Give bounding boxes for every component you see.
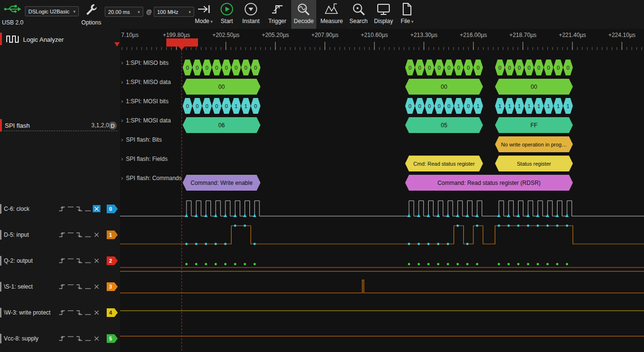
output-sample-dot (447, 263, 449, 266)
trigger-flag[interactable] (166, 38, 198, 47)
input-sample-dot (253, 243, 256, 245)
ruler-tick-label: +216.00µs (460, 32, 487, 38)
waveform-canvas[interactable] (0, 0, 644, 352)
rising-edge-marker (565, 214, 569, 217)
ruler-tick-label: +218.70µs (509, 32, 537, 38)
rising-edge-marker (556, 214, 559, 217)
input-sample-dot (214, 243, 217, 245)
ruler-tick-label: +224.10µs (608, 32, 636, 38)
ruler-start-label: 7.10µs (121, 32, 138, 38)
input-sample-dot (527, 225, 529, 227)
rising-edge-marker (408, 214, 411, 217)
input-waveform (120, 226, 644, 244)
select-waveform (120, 280, 644, 293)
input-sample-dot (437, 243, 439, 245)
ruler-tick-label: +199.80µs (163, 32, 190, 38)
rising-edge-marker (253, 214, 256, 217)
rising-edge-marker (243, 214, 247, 217)
dsview-app: USB 2.0 DSLogic U2Basic▾ Options 20.00 m… (0, 0, 644, 352)
input-sample-dot (566, 225, 568, 227)
output-sample-dot (408, 263, 410, 266)
trigger-flag-pointer (178, 46, 185, 50)
output-sample-dot (556, 263, 558, 266)
output-sample-dot (205, 263, 207, 266)
output-sample-dot (224, 263, 227, 266)
ruler-tick-label: +221.40µs (559, 32, 586, 38)
ruler-tick-label: +207.90µs (311, 32, 339, 38)
rising-edge-marker (546, 214, 549, 217)
rising-edge-marker (475, 214, 479, 217)
output-sample-dot (418, 263, 420, 266)
rising-edge-marker (234, 214, 237, 217)
output-sample-dot (253, 263, 256, 266)
input-sample-dot (447, 243, 449, 245)
input-sample-dot (457, 225, 459, 227)
output-sample-dot (508, 263, 510, 266)
rising-edge-marker (536, 214, 540, 217)
output-sample-dot (517, 263, 520, 266)
input-sample-dot (234, 225, 236, 227)
input-sample-dot (466, 243, 469, 245)
clock-waveform (120, 201, 644, 216)
input-sample-dot (205, 243, 207, 245)
output-sample-dot (214, 263, 217, 266)
ruler-tick-label: +210.60µs (361, 32, 388, 38)
output-sample-dot (437, 263, 439, 266)
rising-edge-marker (526, 214, 530, 217)
rising-edge-marker (417, 214, 421, 217)
input-sample-dot (244, 225, 246, 227)
ruler-tick-label: +205.20µs (262, 32, 289, 38)
rising-edge-marker (466, 214, 469, 217)
ruler-tick-label: +202.50µs (212, 32, 240, 38)
rising-edge-marker (517, 214, 520, 217)
output-sample-dot (546, 263, 549, 266)
input-sample-dot (195, 243, 198, 245)
input-sample-dot (517, 225, 520, 227)
output-sample-dot (244, 263, 246, 266)
rising-edge-marker (497, 214, 501, 217)
rising-edge-marker (456, 214, 459, 217)
rising-edge-marker (224, 214, 227, 217)
input-sample-dot (186, 243, 188, 245)
input-sample-dot (224, 243, 227, 245)
input-sample-dot (476, 225, 478, 227)
rising-edge-marker (436, 214, 440, 217)
input-sample-dot (537, 225, 539, 227)
output-sample-dot (427, 263, 430, 266)
output-sample-dot (186, 263, 188, 266)
output-sample-dot (498, 263, 500, 266)
input-sample-dot (556, 225, 558, 227)
input-sample-dot (508, 225, 510, 227)
input-sample-dot (408, 243, 410, 245)
ruler-tick-label: +213.30µs (410, 32, 438, 38)
output-sample-dot (476, 263, 478, 266)
output-sample-dot (527, 263, 529, 266)
rising-edge-marker (195, 214, 198, 217)
rising-edge-marker (427, 214, 430, 217)
input-sample-dot (418, 243, 420, 245)
rising-edge-marker (446, 214, 450, 217)
input-sample-dot (498, 225, 500, 227)
input-sample-dot (427, 243, 430, 245)
rising-edge-marker (214, 214, 217, 217)
rising-edge-marker (507, 214, 510, 217)
output-sample-dot (537, 263, 539, 266)
rising-edge-marker (185, 214, 188, 217)
output-sample-dot (195, 263, 198, 266)
input-sample-dot (546, 225, 549, 227)
output-sample-dot (457, 263, 459, 266)
output-sample-dot (566, 263, 568, 266)
output-sample-dot (234, 263, 236, 266)
rising-edge-marker (204, 214, 208, 217)
trigger-left-marker (114, 42, 120, 47)
output-sample-dot (466, 263, 469, 266)
